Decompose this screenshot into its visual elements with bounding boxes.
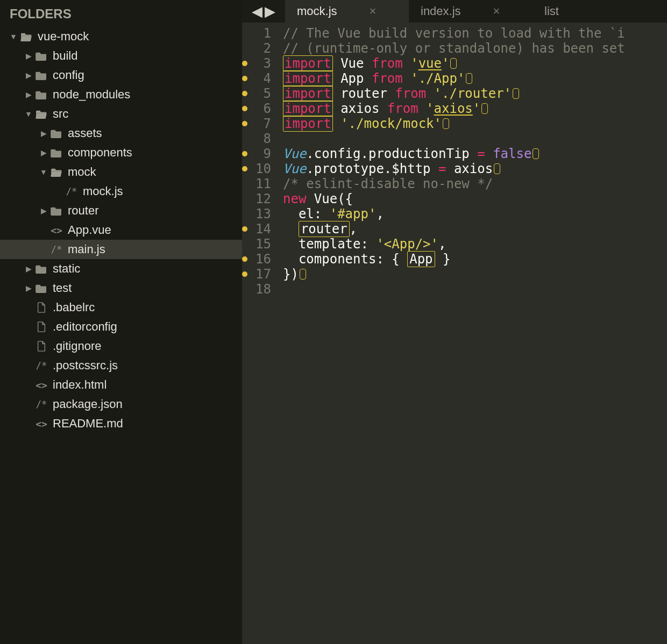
tree-item-label: assets: [68, 126, 102, 140]
line-number: 4: [253, 71, 271, 86]
tree-item-label: router: [68, 204, 98, 218]
tree-folder[interactable]: ▼vue-mock: [0, 27, 242, 46]
disclosure-icon[interactable]: ▼: [10, 33, 17, 40]
code-line[interactable]: // The Vue build version to load with th…: [283, 26, 667, 41]
tree-folder[interactable]: ▶components: [0, 143, 242, 162]
close-icon[interactable]: ×: [493, 4, 500, 18]
disclosure-icon[interactable]: ▶: [40, 207, 47, 214]
token-sp: [333, 86, 340, 101]
tree-folder[interactable]: ▶config: [0, 66, 242, 85]
nav-forward-icon[interactable]: ▶: [265, 3, 275, 20]
nav-back-icon[interactable]: ◀: [252, 3, 262, 20]
token-sp: [333, 56, 340, 71]
code-line[interactable]: import Vue from 'vue': [283, 56, 667, 71]
folder-icon: [36, 263, 47, 274]
code-line[interactable]: Vue.prototype.$http = axios: [283, 161, 667, 176]
tree-folder[interactable]: ▶build: [0, 46, 242, 66]
lint-marker-icon: [300, 269, 306, 280]
tree-folder[interactable]: ▶assets: [0, 124, 242, 143]
lint-marker-icon: [466, 73, 472, 84]
code-line[interactable]: // (runtime-only or standalone) has been…: [283, 41, 667, 56]
token-kw: from: [387, 101, 418, 116]
code-line[interactable]: components: { App }: [283, 252, 667, 267]
code-line[interactable]: el: '#app',: [283, 206, 667, 221]
code-line[interactable]: [283, 282, 667, 297]
disclosure-icon[interactable]: ▶: [25, 71, 32, 79]
tabs-container: mock.js×index.js×list: [285, 0, 667, 23]
disclosure-icon[interactable]: ▶: [25, 52, 32, 60]
tree-file[interactable]: /*main.js: [0, 240, 242, 259]
line-number: 13: [253, 206, 271, 221]
tree-file[interactable]: .gitignore: [0, 337, 242, 356]
code-line[interactable]: import router from './router': [283, 86, 667, 101]
tab[interactable]: list: [533, 0, 564, 23]
code-line[interactable]: /* eslint-disable no-new */: [283, 176, 667, 191]
tree-file[interactable]: .babelrc: [0, 298, 242, 317]
code-line[interactable]: import './mock/mock': [283, 116, 667, 131]
tree-folder[interactable]: ▶test: [0, 278, 242, 298]
line-number: 17: [253, 267, 271, 282]
token-sp: [418, 101, 426, 116]
js-file-icon: /*: [36, 399, 47, 410]
tree-file[interactable]: /*package.json: [0, 395, 242, 414]
code-area[interactable]: // The Vue build version to load with th…: [276, 23, 667, 644]
token-type: Vue: [283, 146, 306, 161]
disclosure-icon[interactable]: ▼: [25, 110, 32, 118]
code-line[interactable]: new Vue({: [283, 191, 667, 206]
token-sp: [364, 56, 372, 71]
tab-label: list: [544, 4, 559, 18]
tree-file[interactable]: <>index.html: [0, 375, 242, 395]
token-bool: false: [493, 146, 531, 161]
disclosure-icon[interactable]: ▶: [25, 91, 32, 98]
token-id: .config.productionTip: [306, 146, 477, 161]
tab[interactable]: mock.js×: [285, 0, 409, 23]
tree-item-label: components: [68, 146, 132, 160]
disclosure-icon[interactable]: ▶: [25, 284, 32, 292]
lint-dot-icon: [242, 106, 247, 111]
disclosure-icon[interactable]: ▶: [25, 265, 32, 273]
tab-bar: ◀ ▶ mock.js×index.js×list: [242, 0, 667, 23]
code-line[interactable]: }): [283, 267, 667, 282]
token-id: el:: [299, 206, 330, 221]
lint-marker-icon: [443, 118, 449, 129]
tree-folder[interactable]: ▶router: [0, 201, 242, 220]
token-sp: [403, 56, 410, 71]
tree-file[interactable]: /*.postcssrc.js: [0, 356, 242, 375]
token-str: ': [473, 101, 480, 116]
tree-item-label: .editorconfig: [53, 320, 117, 334]
code-line[interactable]: [283, 131, 667, 146]
js-file-icon: /*: [51, 244, 62, 255]
close-icon[interactable]: ×: [370, 4, 377, 18]
disclosure-icon[interactable]: ▶: [40, 130, 47, 137]
gutter-line: 14: [242, 221, 271, 237]
gutter: 123456789101112131415161718: [242, 23, 276, 644]
tree-item-label: vue-mock: [38, 30, 89, 44]
code-line[interactable]: Vue.config.productionTip = false: [283, 146, 667, 161]
code-editor[interactable]: 123456789101112131415161718 // The Vue b…: [242, 23, 667, 644]
tab[interactable]: index.js×: [409, 0, 533, 23]
code-line[interactable]: template: '<App/>',: [283, 237, 667, 252]
token-id: template:: [299, 237, 377, 252]
tree-file[interactable]: .editorconfig: [0, 317, 242, 337]
lint-marker-icon: [513, 88, 519, 99]
disclosure-icon[interactable]: ▼: [40, 168, 47, 176]
token-str: ': [426, 101, 434, 116]
token-com: // (runtime-only or standalone) has been…: [283, 41, 625, 56]
code-line[interactable]: import axios from 'axios': [283, 101, 667, 116]
file-icon: [36, 302, 47, 313]
tree-folder[interactable]: ▼src: [0, 104, 242, 124]
disclosure-icon[interactable]: ▶: [40, 149, 47, 156]
tree-folder[interactable]: ▶node_modules: [0, 85, 242, 104]
tree-folder[interactable]: ▶static: [0, 259, 242, 278]
tree-file[interactable]: <>README.md: [0, 414, 242, 433]
folder-icon: [51, 147, 62, 158]
code-line[interactable]: import App from './App': [283, 71, 667, 86]
lint-dot-icon: [242, 256, 247, 262]
token-sp: [333, 116, 340, 131]
sidebar-title: FOLDERS: [0, 0, 242, 27]
code-line[interactable]: router,: [283, 221, 667, 237]
tree-file[interactable]: <>App.vue: [0, 220, 242, 240]
token-str: ': [442, 56, 449, 71]
tree-folder[interactable]: ▼mock: [0, 162, 242, 182]
tree-file[interactable]: /*mock.js: [0, 182, 242, 201]
